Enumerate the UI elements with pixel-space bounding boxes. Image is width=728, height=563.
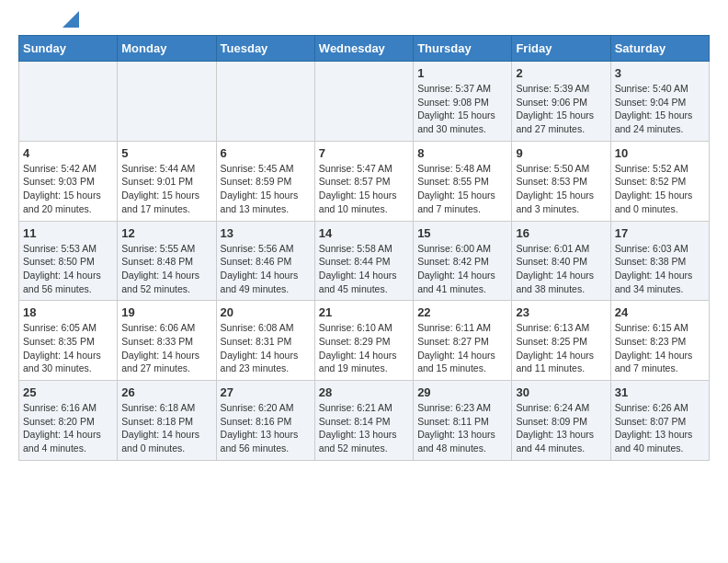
- day-content: Sunrise: 6:08 AM Sunset: 8:31 PM Dayligh…: [221, 321, 311, 375]
- calendar-body: 1Sunrise: 5:37 AM Sunset: 9:08 PM Daylig…: [19, 62, 710, 461]
- day-number: 18: [23, 305, 113, 319]
- calendar-day-cell: 20Sunrise: 6:08 AM Sunset: 8:31 PM Dayli…: [216, 301, 314, 381]
- day-content: Sunrise: 5:50 AM Sunset: 8:53 PM Dayligh…: [516, 162, 606, 216]
- day-number: 30: [516, 385, 606, 399]
- calendar-day-cell: 23Sunrise: 6:13 AM Sunset: 8:25 PM Dayli…: [512, 301, 610, 381]
- calendar-day-cell: 26Sunrise: 6:18 AM Sunset: 8:18 PM Dayli…: [118, 381, 216, 461]
- day-content: Sunrise: 5:37 AM Sunset: 9:08 PM Dayligh…: [417, 82, 507, 136]
- weekday-header-row: SundayMondayTuesdayWednesdayThursdayFrid…: [19, 36, 710, 62]
- calendar-day-cell: 31Sunrise: 6:26 AM Sunset: 8:07 PM Dayli…: [610, 381, 709, 461]
- calendar-day-cell: [19, 62, 118, 142]
- day-number: 4: [23, 146, 113, 160]
- weekday-tuesday: Tuesday: [216, 36, 314, 62]
- day-number: 2: [516, 66, 606, 80]
- calendar-day-cell: 22Sunrise: 6:11 AM Sunset: 8:27 PM Dayli…: [414, 301, 512, 381]
- weekday-monday: Monday: [118, 36, 216, 62]
- calendar-day-cell: 2Sunrise: 5:39 AM Sunset: 9:06 PM Daylig…: [512, 62, 610, 142]
- calendar-day-cell: 6Sunrise: 5:45 AM Sunset: 8:59 PM Daylig…: [216, 141, 314, 221]
- day-number: 5: [121, 146, 211, 160]
- weekday-wednesday: Wednesday: [314, 36, 413, 62]
- calendar-day-cell: 10Sunrise: 5:52 AM Sunset: 8:52 PM Dayli…: [610, 141, 709, 221]
- day-number: 11: [23, 226, 113, 240]
- calendar-week-5: 25Sunrise: 6:16 AM Sunset: 8:20 PM Dayli…: [19, 381, 710, 461]
- calendar-day-cell: 18Sunrise: 6:05 AM Sunset: 8:35 PM Dayli…: [19, 301, 118, 381]
- day-number: 6: [221, 146, 311, 160]
- day-content: Sunrise: 6:03 AM Sunset: 8:38 PM Dayligh…: [615, 242, 705, 296]
- day-content: Sunrise: 6:16 AM Sunset: 8:20 PM Dayligh…: [23, 401, 113, 455]
- page-header: [18, 18, 710, 26]
- day-content: Sunrise: 5:53 AM Sunset: 8:50 PM Dayligh…: [23, 242, 113, 296]
- day-content: Sunrise: 6:05 AM Sunset: 8:35 PM Dayligh…: [23, 321, 113, 375]
- day-content: Sunrise: 5:40 AM Sunset: 9:04 PM Dayligh…: [615, 82, 705, 136]
- calendar-day-cell: 27Sunrise: 6:20 AM Sunset: 8:16 PM Dayli…: [216, 381, 314, 461]
- day-number: 17: [615, 226, 705, 240]
- calendar-day-cell: 11Sunrise: 5:53 AM Sunset: 8:50 PM Dayli…: [19, 221, 118, 301]
- day-number: 21: [319, 305, 409, 319]
- day-number: 24: [615, 305, 705, 319]
- day-content: Sunrise: 6:23 AM Sunset: 8:11 PM Dayligh…: [417, 401, 507, 455]
- calendar-day-cell: 29Sunrise: 6:23 AM Sunset: 8:11 PM Dayli…: [414, 381, 512, 461]
- svg-marker-0: [63, 11, 79, 28]
- calendar-day-cell: 30Sunrise: 6:24 AM Sunset: 8:09 PM Dayli…: [512, 381, 610, 461]
- calendar-day-cell: 8Sunrise: 5:48 AM Sunset: 8:55 PM Daylig…: [414, 141, 512, 221]
- day-number: 27: [221, 385, 311, 399]
- day-content: Sunrise: 5:47 AM Sunset: 8:57 PM Dayligh…: [319, 162, 409, 216]
- calendar-day-cell: [216, 62, 314, 142]
- calendar-day-cell: 19Sunrise: 6:06 AM Sunset: 8:33 PM Dayli…: [118, 301, 216, 381]
- calendar-day-cell: 1Sunrise: 5:37 AM Sunset: 9:08 PM Daylig…: [414, 62, 512, 142]
- day-content: Sunrise: 6:00 AM Sunset: 8:42 PM Dayligh…: [417, 242, 507, 296]
- day-number: 1: [417, 66, 507, 80]
- day-content: Sunrise: 6:26 AM Sunset: 8:07 PM Dayligh…: [615, 401, 705, 455]
- day-content: Sunrise: 5:42 AM Sunset: 9:03 PM Dayligh…: [23, 162, 113, 216]
- day-content: Sunrise: 5:44 AM Sunset: 9:01 PM Dayligh…: [121, 162, 211, 216]
- weekday-thursday: Thursday: [414, 36, 512, 62]
- day-content: Sunrise: 6:18 AM Sunset: 8:18 PM Dayligh…: [121, 401, 211, 455]
- calendar-header: SundayMondayTuesdayWednesdayThursdayFrid…: [19, 36, 710, 62]
- day-content: Sunrise: 6:11 AM Sunset: 8:27 PM Dayligh…: [417, 321, 507, 375]
- calendar-week-4: 18Sunrise: 6:05 AM Sunset: 8:35 PM Dayli…: [19, 301, 710, 381]
- day-content: Sunrise: 5:56 AM Sunset: 8:46 PM Dayligh…: [221, 242, 311, 296]
- weekday-sunday: Sunday: [19, 36, 118, 62]
- calendar-day-cell: 15Sunrise: 6:00 AM Sunset: 8:42 PM Dayli…: [414, 221, 512, 301]
- calendar-day-cell: [118, 62, 216, 142]
- day-content: Sunrise: 5:45 AM Sunset: 8:59 PM Dayligh…: [221, 162, 311, 216]
- day-content: Sunrise: 5:52 AM Sunset: 8:52 PM Dayligh…: [615, 162, 705, 216]
- calendar-day-cell: 3Sunrise: 5:40 AM Sunset: 9:04 PM Daylig…: [610, 62, 709, 142]
- day-number: 28: [319, 385, 409, 399]
- calendar-week-2: 4Sunrise: 5:42 AM Sunset: 9:03 PM Daylig…: [19, 141, 710, 221]
- day-content: Sunrise: 5:58 AM Sunset: 8:44 PM Dayligh…: [319, 242, 409, 296]
- weekday-friday: Friday: [512, 36, 610, 62]
- day-number: 26: [121, 385, 211, 399]
- day-content: Sunrise: 6:21 AM Sunset: 8:14 PM Dayligh…: [319, 401, 409, 455]
- day-content: Sunrise: 6:20 AM Sunset: 8:16 PM Dayligh…: [221, 401, 311, 455]
- day-content: Sunrise: 6:24 AM Sunset: 8:09 PM Dayligh…: [516, 401, 606, 455]
- calendar-week-3: 11Sunrise: 5:53 AM Sunset: 8:50 PM Dayli…: [19, 221, 710, 301]
- calendar-day-cell: [314, 62, 413, 142]
- calendar-week-1: 1Sunrise: 5:37 AM Sunset: 9:08 PM Daylig…: [19, 62, 710, 142]
- day-number: 29: [417, 385, 507, 399]
- weekday-saturday: Saturday: [610, 36, 709, 62]
- calendar-day-cell: 7Sunrise: 5:47 AM Sunset: 8:57 PM Daylig…: [314, 141, 413, 221]
- day-content: Sunrise: 5:55 AM Sunset: 8:48 PM Dayligh…: [121, 242, 211, 296]
- day-number: 15: [417, 226, 507, 240]
- day-content: Sunrise: 6:10 AM Sunset: 8:29 PM Dayligh…: [319, 321, 409, 375]
- calendar-day-cell: 5Sunrise: 5:44 AM Sunset: 9:01 PM Daylig…: [118, 141, 216, 221]
- day-number: 20: [221, 305, 311, 319]
- day-number: 23: [516, 305, 606, 319]
- calendar-table: SundayMondayTuesdayWednesdayThursdayFrid…: [18, 35, 710, 461]
- day-number: 12: [121, 226, 211, 240]
- calendar-day-cell: 4Sunrise: 5:42 AM Sunset: 9:03 PM Daylig…: [19, 141, 118, 221]
- day-content: Sunrise: 5:39 AM Sunset: 9:06 PM Dayligh…: [516, 82, 606, 136]
- day-number: 25: [23, 385, 113, 399]
- day-content: Sunrise: 6:06 AM Sunset: 8:33 PM Dayligh…: [121, 321, 211, 375]
- day-content: Sunrise: 6:13 AM Sunset: 8:25 PM Dayligh…: [516, 321, 606, 375]
- day-number: 8: [417, 146, 507, 160]
- day-number: 9: [516, 146, 606, 160]
- day-number: 3: [615, 66, 705, 80]
- day-content: Sunrise: 6:15 AM Sunset: 8:23 PM Dayligh…: [615, 321, 705, 375]
- day-number: 14: [319, 226, 409, 240]
- day-number: 31: [615, 385, 705, 399]
- calendar-day-cell: 9Sunrise: 5:50 AM Sunset: 8:53 PM Daylig…: [512, 141, 610, 221]
- calendar-day-cell: 14Sunrise: 5:58 AM Sunset: 8:44 PM Dayli…: [314, 221, 413, 301]
- day-content: Sunrise: 5:48 AM Sunset: 8:55 PM Dayligh…: [417, 162, 507, 216]
